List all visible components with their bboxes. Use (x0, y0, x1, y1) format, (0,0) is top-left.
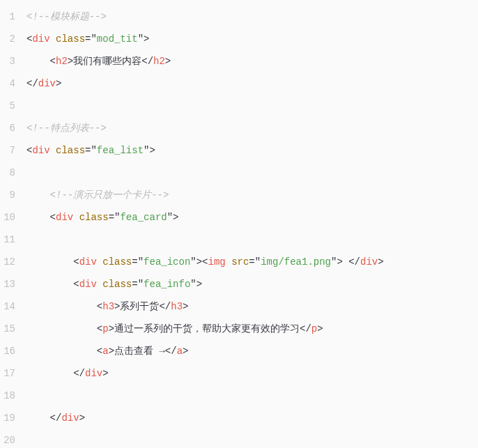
line-number-gutter: 1234567891011121314151617181920 (0, 6, 22, 448)
token-punct: > (68, 56, 73, 67)
token-punct: > (196, 279, 202, 290)
line-number: 4 (0, 72, 15, 95)
line-number: 11 (0, 229, 15, 251)
token-comment: <!--特点列表--> (26, 123, 107, 134)
token-punct: > (173, 212, 178, 223)
token-punct: > (183, 346, 188, 357)
token-punct: < (97, 346, 102, 357)
token-tag: div (32, 145, 49, 156)
token-tag: a (102, 346, 108, 357)
code-line: <div class="fea_info"> (22, 273, 478, 295)
token-text (50, 145, 56, 156)
token-punct: < (73, 279, 79, 290)
token-text (73, 212, 79, 223)
token-attr-name: class (102, 279, 132, 290)
line-number: 3 (0, 50, 15, 72)
token-text (226, 256, 231, 268)
token-punct: " (91, 145, 96, 156)
token-tag: h2 (56, 56, 68, 67)
token-tag: div (38, 78, 56, 89)
token-attr-value: fea_list (97, 145, 144, 156)
token-attr-name: class (56, 145, 85, 156)
token-tag: div (56, 212, 73, 223)
code-line: <div class="fea_list"> (22, 139, 478, 162)
token-punct: = (132, 256, 137, 268)
code-line: <!--模块标题--> (22, 6, 478, 28)
token-punct: </ (50, 412, 62, 424)
token-punct: </ (159, 301, 171, 312)
token-text (50, 33, 56, 45)
token-punct: > (378, 256, 383, 268)
token-punct: " (167, 212, 173, 223)
code-snippet: 1234567891011121314151617181920 <!--模块标题… (0, 6, 478, 448)
token-punct: = (109, 212, 114, 223)
token-punct: > (56, 78, 61, 89)
token-tag: div (79, 279, 97, 290)
token-attr-value: mod_tit (97, 33, 138, 45)
token-punct: > (144, 33, 149, 45)
line-number: 9 (0, 184, 15, 206)
line-number: 6 (0, 117, 15, 139)
token-text (97, 256, 102, 268)
line-number: 20 (0, 429, 15, 448)
token-tag: div (79, 256, 97, 268)
code-line: </div> (22, 407, 478, 429)
line-number: 16 (0, 340, 15, 362)
token-text: 通过一系列的干货，帮助大家更有效的学习 (114, 323, 300, 334)
token-punct: > (109, 346, 114, 357)
token-punct: = (249, 256, 254, 268)
token-punct: </ (348, 256, 360, 268)
line-number: 14 (0, 295, 15, 318)
token-punct: </ (165, 346, 177, 357)
token-punct: </ (26, 78, 38, 89)
token-text (343, 256, 348, 268)
code-line: <p>通过一系列的干货，帮助大家更有效的学习</p> (22, 318, 478, 340)
token-punct: </ (73, 368, 85, 379)
code-line (22, 429, 478, 448)
code-line: <div class="fea_card"> (22, 206, 478, 229)
line-number: 18 (0, 385, 15, 407)
line-number: 13 (0, 273, 15, 295)
token-punct: > (102, 368, 108, 379)
token-text: 系列干货 (120, 301, 159, 312)
token-punct: > (109, 323, 114, 334)
token-punct: > (317, 323, 323, 334)
token-attr-name: src (231, 256, 249, 268)
line-number: 12 (0, 251, 15, 273)
line-number: 2 (0, 28, 15, 50)
token-punct: " (91, 33, 96, 45)
token-tag: div (360, 256, 378, 268)
code-line (22, 162, 478, 184)
token-punct: " (138, 33, 144, 45)
token-punct: < (50, 56, 56, 67)
line-number: 1 (0, 6, 15, 28)
token-tag: h2 (153, 56, 165, 67)
token-tag: div (32, 33, 49, 45)
code-line (22, 229, 478, 251)
code-line: <a>点击查看 →</a> (22, 340, 478, 362)
token-punct: </ (300, 323, 311, 334)
line-number: 19 (0, 407, 15, 429)
line-number: 5 (0, 95, 15, 117)
token-punct: " (190, 256, 196, 268)
token-punct: " (138, 256, 144, 268)
token-attr-name: class (79, 212, 109, 223)
token-punct: > (196, 256, 202, 268)
token-tag: p (311, 323, 317, 334)
token-text: 我们有哪些内容 (73, 56, 141, 67)
code-line (22, 385, 478, 407)
token-tag: img (208, 256, 226, 268)
token-comment: <!--演示只放一个卡片--> (50, 190, 169, 201)
token-tag: a (177, 346, 183, 357)
token-punct: " (190, 279, 196, 290)
code-line: <!--特点列表--> (22, 117, 478, 139)
code-area[interactable]: <!--模块标题--><div class="mod_tit"> <h2>我们有… (22, 6, 478, 448)
token-punct: > (337, 256, 342, 268)
token-comment: <!--模块标题--> (26, 11, 107, 22)
token-punct: < (202, 256, 208, 268)
token-punct: < (97, 323, 102, 334)
line-number: 17 (0, 362, 15, 385)
line-number: 15 (0, 318, 15, 340)
code-line: <h2>我们有哪些内容</h2> (22, 50, 478, 72)
token-tag: div (85, 368, 102, 379)
